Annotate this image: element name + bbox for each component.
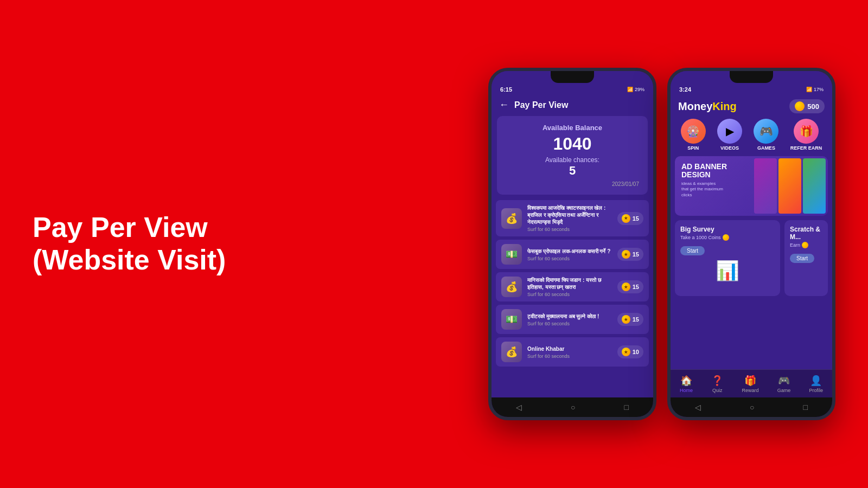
nav-game[interactable]: 🎮 Game <box>777 375 791 393</box>
videos-label: VIDEOS <box>720 145 739 151</box>
nav-profile[interactable]: 👤 Profile <box>809 375 823 393</box>
coin-balance-amount: 500 <box>807 102 819 111</box>
task-info: मानिसको दिमागमा चिप जडान : यस्तो छ इतिहा… <box>527 277 612 297</box>
back-android-btn[interactable]: ◁ <box>516 403 522 412</box>
task-icon: 💵 <box>501 309 522 330</box>
coin-icon: ★ <box>622 282 630 291</box>
coin-icon: ★ <box>622 348 630 356</box>
balance-amount: 1040 <box>506 134 639 154</box>
battery-icon: 29% <box>635 87 644 92</box>
heading-line1: Pay Per View <box>33 211 208 243</box>
bottom-cards: Big Survey Take a 1000 Coins Start 📊 Scr… <box>675 220 828 296</box>
battery-icon: 17% <box>814 87 824 92</box>
ad-banner[interactable]: AD BANNERDESIGN ideas & examplesthat get… <box>675 156 828 216</box>
phone1: 6:15 📶 29% ← Pay Per View Available Bala… <box>488 68 656 420</box>
banner-subtitle: ideas & examplesthat get the maximumclic… <box>681 181 727 198</box>
balance-label: Available Balance <box>506 124 639 132</box>
task-item[interactable]: 💵 फेसबुक प्रोफाइल लक-अनलक कसरी गर्ने ? S… <box>496 240 649 269</box>
task-item[interactable]: 💰 Online Khabar Surf for 60 seconds ★ 10 <box>496 337 649 367</box>
task-subtitle: Surf for 60 seconds <box>527 292 612 297</box>
signal-icon: 📶 <box>806 87 812 92</box>
reward-amount: 15 <box>633 284 639 290</box>
coin-balance-icon <box>795 101 805 111</box>
home-label: Home <box>680 388 693 393</box>
profile-label: Profile <box>809 388 823 393</box>
home-android-btn[interactable]: ○ <box>750 403 754 412</box>
task-reward: ★ 10 <box>617 345 643 358</box>
scratch-card-title: Scratch & M... <box>790 226 822 241</box>
task-title: विश्वकपमा आजदेखि क्वाटरफाइनल खेल : ब्राज… <box>527 204 612 226</box>
task-icon: 💰 <box>501 277 522 297</box>
recents-android-btn[interactable]: □ <box>624 403 629 412</box>
feature-spin[interactable]: 🎡 SPIN <box>681 119 706 151</box>
task-subtitle: Surf for 60 seconds <box>527 354 612 359</box>
feature-icons: 🎡 SPIN ▶ VIDEOS 🎮 GAMES 🎁 REFER EARN <box>671 119 832 156</box>
spin-label: SPIN <box>687 145 699 151</box>
task-subtitle: Surf for 60 seconds <box>527 256 612 261</box>
survey-start-button[interactable]: Start <box>680 246 705 255</box>
big-survey-card: Big Survey Take a 1000 Coins Start 📊 <box>675 220 780 296</box>
reward-label: Reward <box>742 388 758 393</box>
task-icon: 💰 <box>501 342 522 362</box>
survey-card-subtitle: Take a 1000 Coins <box>680 234 775 241</box>
phone1-time: 6:15 <box>500 86 512 93</box>
coin-icon: ★ <box>622 315 630 324</box>
profile-icon: 👤 <box>810 375 822 387</box>
nav-quiz[interactable]: ❓ Quiz <box>711 375 723 393</box>
phone2-time: 3:24 <box>679 86 691 93</box>
task-item[interactable]: 💰 विश्वकपमा आजदेखि क्वाटरफाइनल खेल : ब्र… <box>496 200 649 236</box>
scratch-coin-icon <box>802 242 808 248</box>
banner-img1 <box>754 158 777 214</box>
coin-icon: ★ <box>622 214 630 223</box>
phone2-bottom-nav: 🏠 Home ❓ Quiz 🎁 Reward 🎮 Game 👤 Pr <box>671 369 832 397</box>
banner-images <box>752 156 828 216</box>
logo-king: King <box>712 100 736 112</box>
back-button[interactable]: ← <box>499 99 509 111</box>
game-icon: 🎮 <box>778 375 790 387</box>
phone1-page-title: Pay Per View <box>514 100 568 110</box>
task-icon: 💰 <box>501 208 522 229</box>
phone1-content: 6:15 📶 29% ← Pay Per View Available Bala… <box>492 71 653 417</box>
scratch-start-button[interactable]: Start <box>790 254 814 263</box>
banner-title: AD BANNERDESIGN <box>681 163 727 179</box>
feature-refer-earn[interactable]: 🎁 REFER EARN <box>790 119 822 151</box>
scratch-card: Scratch & M... Earn Start <box>784 220 828 296</box>
back-android-btn[interactable]: ◁ <box>695 403 701 412</box>
feature-games[interactable]: 🎮 GAMES <box>754 119 778 151</box>
home-android-btn[interactable]: ○ <box>571 403 575 412</box>
logo-money: Money <box>678 100 712 112</box>
reward-icon: 🎁 <box>744 375 756 387</box>
survey-coin-icon <box>723 234 729 241</box>
reward-amount: 15 <box>633 251 639 258</box>
nav-home[interactable]: 🏠 Home <box>680 375 693 393</box>
reward-amount: 15 <box>633 316 639 323</box>
quiz-icon: ❓ <box>711 375 723 387</box>
refer-circle: 🎁 <box>794 119 819 144</box>
date-text: 2023/01/07 <box>506 181 639 187</box>
task-info: विश्वकपमा आजदेखि क्वाटरफाइनल खेल : ब्राज… <box>527 204 612 232</box>
task-icon: 💵 <box>501 244 522 265</box>
coin-balance: 500 <box>789 99 825 113</box>
survey-card-title: Big Survey <box>680 226 775 233</box>
banner-text: AD BANNERDESIGN ideas & examplesthat get… <box>681 163 727 198</box>
nav-reward[interactable]: 🎁 Reward <box>742 375 758 393</box>
task-item[interactable]: 💵 ट्वीटरको मुख्यालयमा अब सुल्ने कोठा ! S… <box>496 305 649 334</box>
feature-videos[interactable]: ▶ VIDEOS <box>717 119 742 151</box>
phone2-header: MoneyKing 500 <box>671 95 832 119</box>
game-label: Game <box>777 388 791 393</box>
home-icon: 🏠 <box>680 375 692 387</box>
spin-circle: 🎡 <box>681 119 706 144</box>
phones-container: 6:15 📶 29% ← Pay Per View Available Bala… <box>488 68 835 420</box>
scratch-card-subtitle: Earn <box>790 242 822 248</box>
phone1-status-icons: 📶 29% <box>627 87 644 92</box>
phone1-status-bar: 6:15 📶 29% <box>492 71 653 95</box>
task-list: 💰 विश्वकपमा आजदेखि क्वाटरफाइनल खेल : ब्र… <box>492 200 653 370</box>
refer-label: REFER EARN <box>790 145 822 151</box>
chances-count: 5 <box>506 164 639 178</box>
task-reward: ★ 15 <box>617 248 643 261</box>
task-item[interactable]: 💰 मानिसको दिमागमा चिप जडान : यस्तो छ इति… <box>496 272 649 301</box>
app-logo: MoneyKing <box>678 100 737 113</box>
recents-android-btn[interactable]: □ <box>803 403 808 412</box>
task-info: ट्वीटरको मुख्यालयमा अब सुल्ने कोठा ! Sur… <box>527 313 612 326</box>
task-title: Online Khabar <box>527 345 612 352</box>
